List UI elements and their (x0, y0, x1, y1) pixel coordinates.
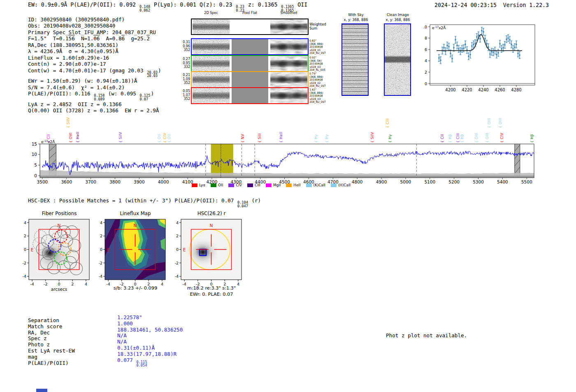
zero-baseline-band (40, 176, 534, 178)
legend-swatch (331, 183, 337, 187)
info-line: Obs: 20190408v028_3002950840 (28, 23, 161, 29)
match-row-value: 18.33(17.97,18.88)R (117, 351, 183, 357)
y-tick-label: -4 (99, 274, 102, 278)
match-row-value: N/A (117, 333, 183, 339)
stacked-uncertainty: 0.1250.07 (140, 94, 151, 101)
y-tick-label: 0 (24, 247, 26, 252)
x-tick-label: 4 (85, 282, 87, 286)
emission-line-label: { OIII (498, 118, 502, 128)
data-point (499, 43, 501, 44)
twod-row-right-labels: 0.82"(368, 886)20190408v028_01204_RU_097 (309, 39, 326, 55)
data-point (498, 52, 499, 53)
pixel-flat-cell (232, 19, 268, 34)
match-table-labels: SeparationMatch scoreRA, DecSpec zPhoto … (28, 318, 75, 366)
y-tick-label: 2 (100, 234, 102, 238)
legend-label: (H)CaII (338, 183, 351, 187)
x-tick-label: 3800 (109, 179, 121, 184)
match-row-label: Photo z (28, 342, 75, 348)
y-tick-label: -2 (23, 261, 26, 265)
data-point (465, 44, 466, 45)
x-tick-label: 4900 (376, 179, 387, 184)
twod-row-right-labels: 0.92"(368, 54)20190408v028_03204_RL_005 (309, 56, 325, 72)
lineflux-heatmap (105, 219, 165, 280)
x-tick-label: 4220 (462, 88, 472, 92)
info-line: ID: 3002950840 (3002950840.pdf) (28, 16, 161, 23)
data-point (444, 47, 445, 49)
data-point (468, 56, 469, 57)
smoothed-cell (270, 88, 307, 103)
hsc-image-plot: NE-4-2024-4-2024 (175, 216, 249, 294)
east-label: E (31, 247, 34, 252)
source-blob (194, 245, 212, 260)
info-line: λ = 4236.9Å σ = 4.30(±0.95)Å (28, 48, 161, 54)
noise-image (193, 19, 230, 34)
data-point (509, 39, 511, 40)
y-tick-label: -2 (175, 261, 179, 265)
x-tick-label: 3500 (37, 179, 48, 184)
data-point (483, 31, 484, 32)
data-point (513, 48, 514, 49)
legend-label: CIII (255, 183, 260, 187)
clean-image (384, 23, 411, 96)
north-label: N (134, 223, 137, 228)
y-tick-label: 0 (34, 173, 37, 178)
data-point (457, 45, 458, 46)
with-sky-image (341, 23, 369, 96)
y-tick-label: 5 (34, 162, 37, 167)
east-label: E (107, 247, 110, 252)
legend-item: (H)CaII (331, 183, 351, 187)
legend-item: Lyα (192, 183, 205, 187)
x-tick-label: 5300 (473, 179, 484, 184)
line-fit-plot: 420042204240426042800246810e-17x2Å (424, 23, 547, 95)
y-tick-label: -4 (23, 274, 26, 278)
report-datetime: 2024-12-24 00:23:15 (434, 2, 497, 8)
info-line: P(LAE)/P(OII): 0.116 0.1580.089 (w: 0.09… (28, 90, 161, 101)
noise-image (193, 56, 230, 71)
stacked-uncertainty: 20.0320.03 (147, 71, 158, 78)
data-point (480, 38, 481, 39)
data-point (462, 48, 463, 49)
data-point (516, 44, 517, 45)
legend-item: (K)CaII (306, 183, 325, 187)
match-row-label: Est LyA rest-EW (28, 348, 75, 354)
data-point (470, 54, 471, 55)
hsc-caption-2: EWr: 0. PLAE: 0.07 (166, 292, 257, 297)
twod-row-right-labels: 1.62"(368, 886)20190408v028_03204_RU_097 (309, 88, 326, 104)
data-point (503, 47, 504, 49)
legend-label: Lyα (199, 183, 205, 187)
data-point (448, 46, 450, 47)
smoothed-cell (270, 72, 307, 87)
y-tick-label: 2 (176, 234, 179, 238)
hsc-caption-1: m:18.2 re:3.3" s:1.3" (166, 285, 257, 291)
y-tick-label: 8 (425, 36, 427, 40)
x-tick-label: -4 (30, 282, 34, 286)
x-tick-label: -2 (44, 282, 47, 286)
legend-swatch (247, 183, 253, 187)
north-label: N (58, 223, 61, 228)
y-tick-label: 4 (425, 58, 427, 63)
y-tick-label: -2 (99, 261, 102, 265)
x-tick-label: 3600 (61, 179, 72, 184)
legend-swatch (211, 183, 216, 187)
data-point (504, 44, 506, 46)
info-line: Cont(n) = 2.90(±0.07)e-17 (28, 61, 161, 67)
data-point (471, 45, 473, 46)
spectrum-line (42, 151, 534, 175)
x-tick-label: 5000 (400, 179, 411, 184)
x-tick-label: 3700 (85, 179, 96, 184)
legend-swatch (266, 183, 272, 187)
data-point (486, 43, 488, 44)
y-tick-label: 6 (425, 47, 427, 52)
twod-row-left-labels: 0.211.09352 (178, 73, 190, 85)
clipped-panel-fragment (36, 389, 47, 392)
info-line: LyA z = 2.4852 OII z = 0.1366 (28, 101, 161, 107)
y-tick-label: 2 (425, 70, 427, 74)
x-tick-label: 0 (58, 282, 60, 286)
lineflux-map-plot: NE-4-2024-4-2024 (99, 216, 173, 294)
overlined-digits: 06 (93, 35, 100, 42)
legend-label: MgII (273, 183, 281, 187)
y-tick-label: 4 (176, 220, 179, 225)
y-tick-label: 0 (176, 247, 179, 252)
info-line: F=1.5" T=0.156 N=1.06 A=0.86 g=25.2 (28, 35, 161, 42)
x-tick-label: 4240 (478, 88, 488, 92)
